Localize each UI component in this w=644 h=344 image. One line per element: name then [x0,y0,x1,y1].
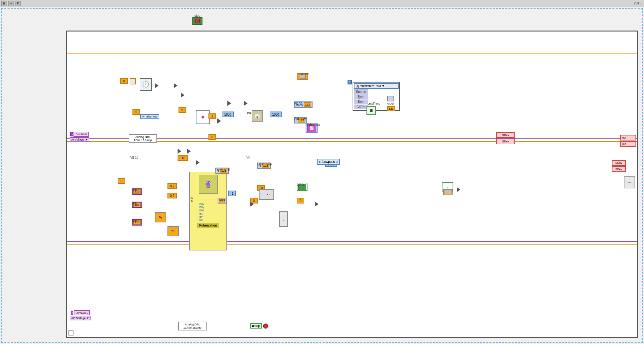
polblock-icon[interactable]: 🔮 [199,175,218,194]
port-b0y: B0y [199,206,204,209]
v-i-1-label: V[i-1] [130,156,138,159]
purple-bus-2 [67,241,637,242]
topbar-icons: ⊞ → ⚙ [1,1,21,6]
port-by: By [199,215,203,218]
analog-dbl-1-text: Analog DBL [131,135,155,139]
far-right-out-2[interactable]: out [620,141,636,147]
bundle-block: [] [279,211,288,227]
dev1-ai0-label[interactable]: Dev1/ai0 [73,132,89,137]
dev1-ai0-group: × Dev1/ai0 AI Voltage ▼ [70,132,89,142]
right-output-2[interactable]: SDev [496,139,515,144]
val-0-mid[interactable]: 0 [132,109,140,115]
diagram-frame: × Dev1/ai0 AI Voltage ▼ Analog DBL 1Chan… [66,31,638,338]
50hz-group: 50Hz [297,183,307,191]
stop-indicator-red [263,324,268,329]
val-0-bot[interactable]: 0 [208,134,216,140]
val-0-topleft[interactable]: 0 [120,78,128,84]
arrow-icon[interactable]: → [8,1,14,6]
inp-block[interactable]: 📊 [252,110,263,122]
curr-val-group: Curr. val. [297,72,308,80]
analog-dbl-2-text: Analog DBL [180,323,205,326]
stop-button-area: stop [192,14,202,25]
far-right-out-1[interactable]: out [620,135,636,140]
analog-dbl-2-text2: 1Chan 1Samp [180,326,205,329]
50hz-label: 50Hz [297,183,304,186]
dev1-ao1-label[interactable]: Dev1/ao1 [74,310,90,315]
arrow-2 [174,83,178,88]
b0z-label-text: B0z [132,219,137,223]
50hz-amp-group: 50Hz amp ≈b 123 [257,163,271,169]
connector-top [130,78,136,84]
cluster-dot [202,116,204,118]
port-b0x: B0x [199,203,204,206]
false-true-btn[interactable]: ⊳ false-true [140,114,159,119]
std-dev-label: Std. dev. [294,117,307,121]
port-bx: Bx [199,212,203,215]
right-output-small-1[interactable]: SDev [612,160,626,166]
filter-numeric-out[interactable]: 123 [387,106,395,111]
grid-icon[interactable]: ⊞ [1,1,7,6]
prop-dropdown-text: [1] "cutoff freq", "ord ▼ [356,84,384,88]
type-label: Type [354,95,368,99]
ai-voltage-dropdown[interactable]: AI Voltage ▼ [70,137,89,142]
mean-label: mean [294,101,302,105]
analog-dbl-1: Analog DBL 1Chan 1Samp [129,134,157,143]
clock-icon[interactable]: 🕐 [140,78,152,91]
50hz-amp-label: 50Hz amp [257,163,272,166]
val-1[interactable]: 1 [208,113,216,119]
b0z-group: B0z 123 [132,219,142,226]
stop-indicator-group: ■stop [250,323,268,329]
mean-group: mean MEAN 123 [294,101,313,108]
right-out-2-text: SDev [498,140,513,143]
arrow-chain-2 [187,149,191,154]
val-neg1[interactable]: -1 [228,191,236,196]
filter-num-inner [445,190,451,194]
val-0-50hz[interactable]: 0 [297,198,304,204]
arrow-6 [244,101,248,106]
orange-rect-1[interactable]: ≡ [179,107,186,113]
val-001[interactable]: 0.01 [178,155,188,161]
stop-indicator-btn[interactable]: ■stop [250,323,262,329]
output-arrow [457,187,460,192]
port-a: a [191,196,193,199]
settings-icon[interactable]: ⚙ [15,1,21,6]
filter-icon: F [447,186,448,189]
b0y-group: B0y 123 [132,202,142,208]
orange-wire-top [67,53,637,54]
histogram-label: Histogram [306,123,320,126]
stop-label: stop [195,14,201,17]
val-1000-1[interactable]: 1000 [222,112,234,117]
topbar: ⊞ → ⚙ 2015 [0,0,644,7]
val-1000-2[interactable]: 1000 [270,112,282,117]
bz-block[interactable]: Bz [167,226,179,236]
dev1-ao1-group: × Dev1/ao1 AO Voltage ▼ [70,310,91,320]
right-output-small-2[interactable]: SDev [612,166,626,172]
lowpass-btn[interactable]: ▸ Lowpass ◂ [317,159,340,165]
mean-val[interactable]: 123 [304,102,311,107]
time-label: Time [354,100,368,104]
arrow-chain-3 [196,160,200,165]
val-0-left[interactable]: 0 [118,178,125,184]
stop-icon[interactable] [192,17,202,25]
dev1-ao1-row: × Dev1/ao1 [71,310,90,315]
output-cluster-right[interactable]: out [624,176,635,188]
val-07-2[interactable]: 0.7 [167,193,177,198]
filter-num-display[interactable] [443,189,453,195]
analog-dbl-2: Analog DBL 1Chan 1Samp [178,322,207,330]
filter-node[interactable]: ⬛ [366,106,376,115]
val-07-1[interactable]: 0.7 [167,183,177,189]
property-panel: [1] "cutoff freq", "ord ▼ 0 Source Type … [353,82,400,111]
prop-icon [387,96,394,101]
v-arr-label: V[] [246,156,250,159]
by-block[interactable]: By [155,212,166,222]
prop-source[interactable]: Source [354,89,399,94]
arrow-mul-2 [315,202,319,207]
noise-amp-group: noise amp ≈b 123 [215,168,229,174]
right-output-1[interactable]: SDev [496,132,515,138]
b0y-label-text: B0y [132,202,137,205]
prop-dropdown[interactable]: [1] "cutoff freq", "ord ▼ [354,83,399,89]
ao-voltage-dropdown[interactable]: AO Voltage ▼ [70,316,91,320]
noise-amp-label: noise amp [215,168,230,171]
canvas-area: stop × Dev1/ai0 AI Voltage ▼ Analog DBL … [0,7,644,344]
wave-block-2[interactable]: 〰 [263,189,274,200]
